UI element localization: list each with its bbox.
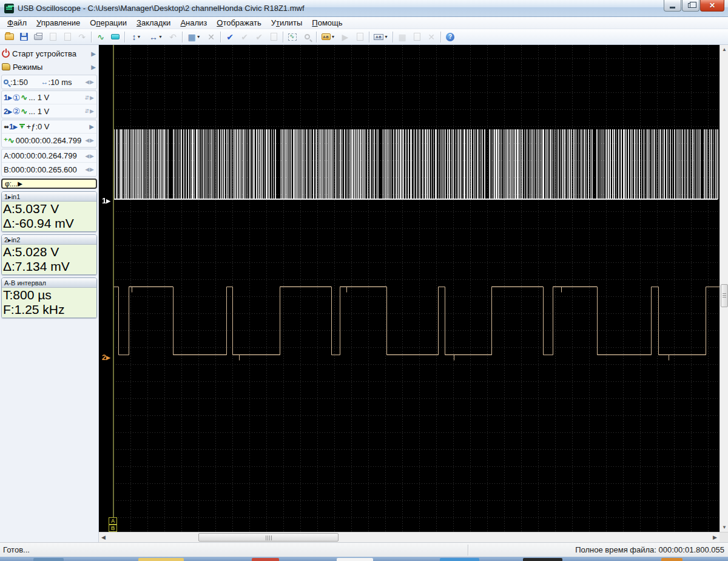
fragment-tag-button[interactable]: [108, 30, 123, 44]
taskbar-explorer-window[interactable]: [138, 558, 184, 561]
accept-prev-button: ✔: [237, 30, 252, 44]
waveform-canvas[interactable]: [99, 45, 720, 532]
print-icon: [34, 34, 42, 40]
vertical-scroll-thumb[interactable]: [721, 284, 728, 307]
in1-amplitude-value: A:5.037 V: [3, 202, 95, 216]
report-icon: [271, 33, 277, 41]
ab-period-value: T:800 µs: [3, 288, 95, 302]
print-button[interactable]: [31, 30, 46, 44]
toolbar-separator: [369, 32, 369, 42]
scroll-down-icon[interactable]: ▼: [720, 523, 728, 532]
in1-delta-value: Δ:-60.94 mV: [3, 216, 95, 231]
menu-файл[interactable]: Файл: [2, 17, 32, 29]
coupling-icon: ∿: [21, 107, 27, 116]
taskbar-orange-app-window[interactable]: [661, 558, 682, 561]
horizontal-scrollbar[interactable]: ◀ ▶: [99, 532, 728, 542]
status-bar: Готов... Полное время файла: 000:00:01.8…: [0, 542, 728, 557]
accept-next-button: ✔: [252, 30, 266, 44]
sidebar-item-channel1[interactable]: 1▸ ① ∿ ... 1 V ⇵▶: [2, 91, 96, 104]
horizontal-scroll-thumb[interactable]: [198, 533, 339, 542]
vertical-scrollbar[interactable]: ▲ ▼: [720, 45, 728, 532]
restore-button[interactable]: [682, 0, 699, 12]
sidebar-item-start-device[interactable]: Старт устройства ▶: [0, 47, 98, 60]
step-arrows-icon[interactable]: ◀▶: [85, 137, 95, 143]
menu-утилиты[interactable]: Утилиты: [266, 17, 308, 29]
taskbar-start-orb[interactable]: [33, 558, 64, 561]
abc-panel-button[interactable]: A·B▼: [371, 30, 391, 44]
report-button: [266, 30, 281, 44]
expand-arrow-icon[interactable]: ▶: [91, 50, 96, 57]
play-abc-button: ▶: [338, 30, 352, 44]
sidebar-item-marker-a[interactable]: A:000:00:00.264.799 ◀▶: [2, 149, 96, 163]
toolbar-separator: [220, 32, 221, 42]
close-button[interactable]: ✕: [700, 0, 724, 12]
toolbar: ↷∿↕▼↔▼↶▦▼✕✔✔✔A·B▼▶A·B▼▦✕?: [0, 29, 728, 45]
sidebar-item-modes[interactable]: Режимы ▶: [0, 60, 98, 73]
zoom-vertical-icon: ↕: [132, 33, 136, 41]
help-button[interactable]: ?: [443, 30, 457, 44]
panel-in1-title: 1▸in1: [2, 192, 96, 202]
dropdown-arrow-icon[interactable]: ▼: [197, 35, 201, 39]
open-file-icon: [5, 33, 14, 40]
sidebar-item-trigger[interactable]: ●● 1▸ ▼ +ƒ:0 V ▶: [2, 120, 96, 134]
close-icon: ✕: [709, 1, 715, 10]
scope-area[interactable]: [99, 45, 720, 532]
dropdown-arrow-icon[interactable]: ▼: [331, 35, 335, 39]
phase-arrow-icon[interactable]: ▶: [18, 180, 22, 187]
scroll-up-icon[interactable]: ▲: [720, 45, 728, 54]
dropdown-arrow-icon[interactable]: ▼: [384, 35, 388, 39]
menu-анализ[interactable]: Анализ: [175, 17, 212, 29]
menu-закладки[interactable]: Закладки: [132, 17, 175, 29]
export-fragment-button: ↷: [75, 30, 89, 44]
channel1-circle-icon: ①: [13, 93, 21, 103]
step-arrows-icon[interactable]: ⇵▶: [85, 108, 95, 114]
minimize-button[interactable]: [664, 0, 681, 12]
panel-ab-title: A-B интервал: [2, 278, 96, 288]
save-file-button[interactable]: [16, 30, 31, 44]
sidebar-item-channel2[interactable]: 2▸ ② ∿ ... 1 V ⇵▶: [2, 104, 96, 118]
accept-next-icon: ✔: [255, 33, 263, 41]
step-arrows-icon[interactable]: ◀▶: [85, 166, 95, 172]
open-abc-file-button[interactable]: A·B▼: [318, 30, 338, 44]
accept-all-button[interactable]: ✔: [223, 30, 237, 44]
script-search-icon: [305, 34, 310, 39]
menu-помощь[interactable]: Помощь: [307, 17, 347, 29]
dropdown-arrow-icon[interactable]: ▼: [158, 35, 163, 39]
menu-управление[interactable]: Управление: [32, 17, 85, 29]
open-file-button[interactable]: [2, 30, 16, 44]
zoom-vertical-button[interactable]: ↕▼: [127, 30, 146, 44]
script-chart-button[interactable]: [285, 30, 300, 44]
minimize-icon: [670, 7, 675, 8]
taskbar-black-app-window[interactable]: [523, 558, 562, 561]
scroll-left-icon[interactable]: ◀: [99, 532, 108, 542]
dropdown-arrow-icon[interactable]: ▼: [137, 35, 141, 39]
modes-label: Режимы: [13, 63, 42, 72]
step-arrows-icon[interactable]: ⇵▶: [85, 95, 95, 101]
taskbar-white-app-window[interactable]: [337, 558, 373, 561]
zoom-horizontal-button[interactable]: ↔▼: [146, 30, 166, 44]
channel2-circle-icon: ②: [13, 106, 21, 116]
expand-arrow-icon[interactable]: ▶: [91, 64, 96, 70]
sidebar-item-scale[interactable]: :1:50 ↔ :10 ms ◀▶: [2, 75, 96, 89]
expand-arrow-icon[interactable]: ▶: [89, 123, 95, 130]
signal-marker-button[interactable]: ∿: [93, 30, 108, 44]
step-arrows-icon[interactable]: ◀▶: [85, 153, 95, 159]
chart-secondary-button: ▦: [395, 30, 410, 44]
step-arrows-icon[interactable]: ◀▶: [85, 79, 95, 85]
taskbar-blue-app-window[interactable]: [440, 558, 479, 561]
sidebar-item-sync-time[interactable]: ⁺∿ 000:00:00.264.799 ◀▶: [2, 134, 96, 147]
window-title: USB Oscilloscope - C:\Users\Manager\Desk…: [18, 4, 305, 13]
scroll-right-icon[interactable]: ▶: [710, 532, 720, 542]
menu-отображать[interactable]: Отображать: [212, 17, 266, 29]
phase-row[interactable]: φ:... ▶: [1, 178, 97, 189]
taskbar-red-app-window[interactable]: [252, 558, 279, 561]
undo-zoom-icon: ↶: [169, 33, 177, 41]
windows-taskbar[interactable]: [0, 557, 728, 561]
measure-panel-in2: 2▸in2 A:5.028 V Δ:7.134 mV: [1, 234, 97, 275]
marker-a-value: A:000:00:00.264.799: [4, 151, 77, 160]
fragment-tag-icon: [111, 34, 120, 39]
sidebar-item-marker-b[interactable]: B:000:00:00.265.600 ◀▶: [2, 163, 96, 176]
zoom-icon: [4, 80, 8, 84]
view-mode-button[interactable]: ▦▼: [184, 30, 204, 44]
menu-операции[interactable]: Операции: [85, 17, 132, 29]
